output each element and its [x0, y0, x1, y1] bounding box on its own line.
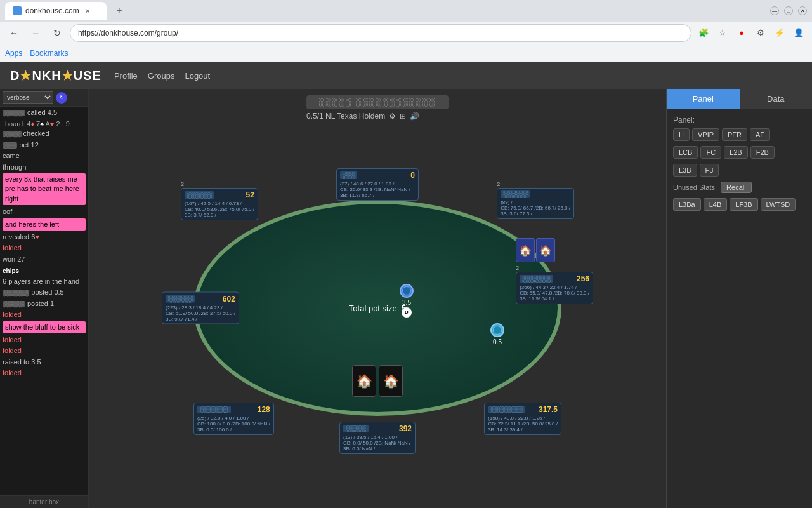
- close-tab-icon[interactable]: ✕: [83, 6, 92, 15]
- table-info-bar: 0.5/1 NL Texas Holdem ⚙ ⊞ 🔊: [306, 112, 449, 121]
- browser-toolbar: ← → ↻ https://donkhouse.com/group/ 🧩 ☆ ●…: [0, 22, 812, 44]
- stat-btn-lcb[interactable]: LCB: [673, 146, 698, 159]
- chip-right: 0.5: [490, 323, 504, 345]
- main-content: verbose normal ↻ ░░░░░ called 4.5 board:…: [0, 89, 812, 508]
- seat-top-right: 2 ░░░░░░ (89) / CB: 75.0/ 66.7 /2B: 66.7…: [497, 181, 574, 219]
- bookmarks-bar: Apps Bookmarks: [0, 44, 812, 62]
- app-logo: D★NKH★USE: [10, 68, 102, 83]
- player-stats-bc-1: (13) / 38.5 / 15.4 / 1.00 /: [343, 434, 412, 440]
- unused-stats-label: Unused Stats:: [673, 184, 717, 191]
- stat-buttons-row3: L3B F3: [673, 164, 806, 177]
- chat-msg-checked: ░░░░ checked: [3, 129, 86, 138]
- back-button[interactable]: ←: [5, 24, 23, 42]
- settings-icon[interactable]: ⚙: [752, 25, 769, 41]
- player-stats-bl-1: (25) / 32.0 / 4.0 / 1.00 /: [197, 415, 270, 421]
- player-stats-l-2: CB: 61.9/ 50.0 /2B: 37.5/ 50.0 /: [166, 311, 235, 316]
- nav-logout[interactable]: Logout: [185, 71, 210, 81]
- board-line: board: 4♦ 7♠ A♥ 2 · 9: [3, 119, 86, 129]
- stat-buttons-row2: LCB FC L2B F2B: [673, 146, 806, 159]
- sound-icon[interactable]: 🔊: [410, 112, 419, 121]
- star-icon[interactable]: ☆: [714, 25, 731, 41]
- extensions-icon[interactable]: 🧩: [695, 25, 712, 41]
- bookmark-apps[interactable]: Apps: [5, 49, 22, 58]
- player-box-l: ░░░░░░ 602 (223) / 28.3 / 18.4 / 4.23 / …: [162, 292, 239, 324]
- stat-btn-af[interactable]: AF: [750, 128, 770, 141]
- chat-filter-bar: verbose normal ↻: [0, 89, 88, 107]
- unused-btn-l4b[interactable]: L4B: [704, 198, 728, 211]
- settings-icon[interactable]: ⚙: [389, 112, 396, 121]
- msg-action-raised: raised to 3.5: [3, 358, 41, 366]
- player-box-tc: ░░░ 0 (37) / 48.6 / 27.0 / 1.83 / CB: 20…: [336, 168, 419, 201]
- pot-display: Total pot size: 5: [349, 304, 406, 313]
- msg-username: ░░░░░: [3, 110, 25, 116]
- stat-btn-l2b[interactable]: L2B: [724, 146, 748, 159]
- msg-action-won: won 27: [3, 255, 25, 263]
- tab-data[interactable]: Data: [740, 89, 813, 109]
- msg-action-posted1: posted 1: [27, 300, 54, 307]
- screen-icon[interactable]: ⊞: [400, 112, 406, 121]
- url-text: https://donkhouse.com/group/: [78, 29, 178, 37]
- msg-username-2: ░░░░: [3, 131, 22, 137]
- table-name-bar: ░░░░░ ░░░░░░░░░░░░: [306, 95, 449, 109]
- unused-btn-lwtsd[interactable]: LWTSD: [761, 198, 796, 211]
- player-chips-tc: 0: [410, 171, 415, 180]
- bookmark-bookmarks[interactable]: Bookmarks: [30, 49, 68, 58]
- table-game-info: 0.5/1 NL Texas Holdem: [306, 112, 385, 121]
- chat-msg-folded5: folded: [3, 368, 86, 378]
- player-box-bl: ░░░░░░░ 128 (25) / 32.0 / 4.0 / 1.00 / C…: [193, 403, 274, 435]
- seat-bottom-left: ░░░░░░░ 128 (25) / 32.0 / 4.0 / 1.00 / C…: [193, 403, 274, 435]
- stat-btn-f3[interactable]: F3: [700, 164, 719, 177]
- chat-highlight-2: and heres the left: [3, 218, 86, 231]
- chat-messages: ░░░░░ called 4.5 board: 4♦ 7♠ A♥ 2 · 9 ░…: [0, 107, 88, 495]
- chat-highlight-1: every 8x that raises me pre has to beat …: [3, 173, 86, 205]
- chip-value-right: 0.5: [493, 338, 502, 345]
- forward-button[interactable]: →: [27, 24, 44, 42]
- player-chips-tl: 52: [246, 190, 254, 199]
- filter-select[interactable]: verbose normal: [3, 91, 53, 104]
- player-box-br: ░░░░░░░░ 317.5 (158) / 43.0 / 22.8 / 1.2…: [484, 403, 561, 435]
- profile-icon[interactable]: 👤: [790, 25, 807, 41]
- stat-btn-f2b[interactable]: F2B: [750, 146, 775, 159]
- unused-btn-lf3b[interactable]: LF3B: [730, 198, 757, 211]
- seat-num-r: 2: [516, 265, 593, 271]
- nav-groups[interactable]: Groups: [148, 71, 175, 81]
- nav-profile[interactable]: Profile: [114, 71, 138, 81]
- player-name-tr: ░░░░░░: [501, 190, 530, 198]
- stat-btn-h[interactable]: H: [673, 128, 690, 141]
- address-bar[interactable]: https://donkhouse.com/group/: [70, 24, 691, 42]
- stat-btn-pfr[interactable]: PFR: [722, 128, 747, 141]
- pot-text: Total pot size: 5: [349, 304, 406, 313]
- msg-action-folded2: folded: [3, 311, 22, 318]
- player-stats-tc-1: (37) / 48.6 / 27.0 / 1.83 /: [340, 181, 415, 187]
- table-header: ░░░░░ ░░░░░░░░░░░░ 0.5/1 NL Texas Holdem…: [306, 95, 449, 121]
- stat-btn-vpip[interactable]: VPIP: [692, 128, 719, 141]
- panel-tabs-container: Panel Data: [667, 89, 812, 109]
- player-chips-r: 256: [577, 274, 589, 283]
- chat-msg-folded2: folded: [3, 310, 86, 319]
- player-chips-bc: 392: [399, 424, 412, 433]
- filter-spinner: ↻: [56, 92, 67, 104]
- browser-tab[interactable]: donkhouse.com ✕: [5, 2, 107, 20]
- new-tab-button[interactable]: +: [112, 3, 127, 18]
- maximize-button[interactable]: □: [784, 6, 793, 15]
- chat-msg-posted1: ░░░░░ posted 1: [3, 299, 86, 309]
- stat-buttons-row1: H VPIP PFR AF: [673, 128, 806, 141]
- player-stats-tl-3: 3B: 3.7/ 62.9 /: [185, 212, 254, 218]
- opera-icon[interactable]: ●: [733, 25, 750, 41]
- chat-msg-revealed: revealed 6♥: [3, 232, 86, 242]
- minimize-button[interactable]: —: [770, 6, 779, 15]
- close-button[interactable]: ✕: [798, 6, 807, 15]
- chat-msg-posted05: ░░░░░░ posted 0.5: [3, 288, 86, 297]
- app-navbar: D★NKH★USE Profile Groups Logout: [0, 62, 812, 89]
- player-stats-tr-3: 3B: 3.6/ 77.3 /: [501, 211, 570, 217]
- tab-panel[interactable]: Panel: [667, 89, 740, 109]
- msg-action-came: came: [3, 152, 20, 159]
- extensions2-icon[interactable]: ⚡: [771, 25, 788, 41]
- recall-button[interactable]: Recall: [721, 182, 752, 193]
- reload-button[interactable]: ↻: [48, 24, 66, 42]
- unused-btn-l3ba[interactable]: L3Ba: [673, 198, 701, 211]
- player-name-r: ░░░░░░░: [520, 275, 553, 283]
- stat-btn-fc[interactable]: FC: [700, 146, 721, 159]
- stat-btn-l3b[interactable]: L3B: [673, 164, 697, 177]
- msg-action-folded5: folded: [3, 369, 22, 377]
